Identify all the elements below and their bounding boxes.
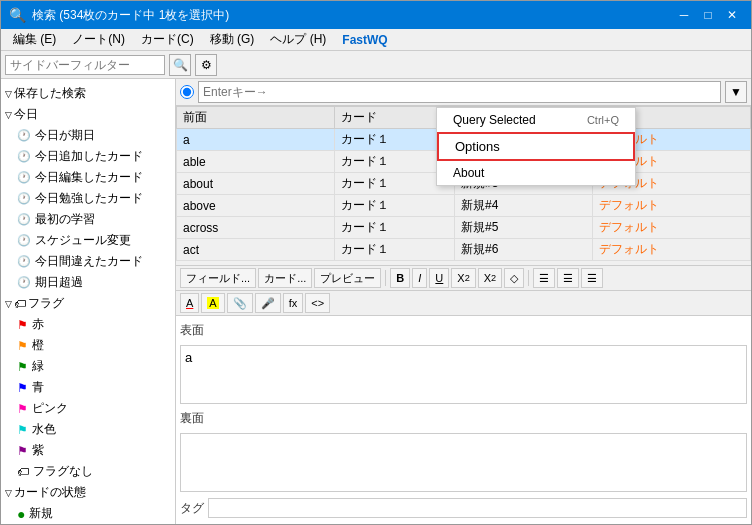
sidebar-item-flag-green[interactable]: ⚑ 緑: [1, 356, 175, 377]
sidebar-item-schedule-change[interactable]: 🕐 スケジュール変更: [1, 230, 175, 251]
sidebar-item-no-flag[interactable]: 🏷 フラグなし: [1, 461, 175, 482]
highlight-label: A: [207, 297, 218, 309]
flag-icon: 🏷: [17, 465, 29, 479]
sidebar-item-flag-orange[interactable]: ⚑ 橙: [1, 335, 175, 356]
font-color-label: A: [186, 297, 193, 309]
list-ordered-button[interactable]: ☰: [557, 268, 579, 288]
sidebar-item-first-study[interactable]: 🕐 最初の学習: [1, 209, 175, 230]
sidebar-item-flag-cyan[interactable]: ⚑ 水色: [1, 419, 175, 440]
diamond-button[interactable]: ◇: [504, 268, 524, 288]
main-area: ▽ 保存した検索 ▽ 今日 🕐 今日が期日 🕐 今日追加したカード 🕐 今日編集…: [1, 79, 751, 524]
sidebar-item-due-today[interactable]: 🕐 今日が期日: [1, 125, 175, 146]
window-title: 検索 (534枚のカード中 1枚を選択中): [32, 7, 229, 24]
sidebar-filter-input[interactable]: [5, 55, 165, 75]
config-button[interactable]: ⚙: [195, 54, 217, 76]
cell-front: a: [177, 129, 335, 151]
cell-deck: デフォルト: [593, 217, 751, 239]
sidebar-item-studied-today[interactable]: 🕐 今日勉強したカード: [1, 188, 175, 209]
sidebar-today-group[interactable]: ▽ 今日: [1, 104, 175, 125]
italic-button[interactable]: I: [412, 268, 427, 288]
underline-button[interactable]: U: [429, 268, 449, 288]
table-row[interactable]: act カード１ 新規#6 デフォルト: [177, 239, 751, 261]
minimize-button[interactable]: ─: [673, 5, 695, 25]
flag-green-icon: ⚑: [17, 360, 28, 374]
content-area: ▼ 前面 カード 期日 Deck a カード: [176, 79, 751, 524]
sidebar-card-status-group[interactable]: ▽ カードの状態: [1, 482, 175, 503]
table-row[interactable]: above カード１ 新規#4 デフォルト: [177, 195, 751, 217]
about-item[interactable]: About: [437, 161, 635, 185]
chevron-down-icon: ▼: [730, 85, 742, 99]
clock-icon: 🕐: [17, 255, 31, 268]
sidebar-saved-search[interactable]: ▽ 保存した検索: [1, 83, 175, 104]
list-unordered-button[interactable]: ☰: [533, 268, 555, 288]
audio-button[interactable]: 🎤: [255, 293, 281, 313]
search-icon: 🔍: [173, 58, 188, 72]
flag-pink-icon: ⚑: [17, 402, 28, 416]
chevron-icon: ▽: [5, 110, 12, 120]
cell-date: 新規#4: [455, 195, 593, 217]
align-button[interactable]: ☰: [581, 268, 603, 288]
query-selected-item[interactable]: Query Selected Ctrl+Q: [437, 108, 635, 132]
main-window: 🔍 検索 (534枚のカード中 1枚を選択中) ─ □ ✕ 編集 (E) ノート…: [0, 0, 752, 525]
flag-purple-icon: ⚑: [17, 444, 28, 458]
menu-edit[interactable]: 編集 (E): [5, 29, 64, 50]
sidebar-item-overdue[interactable]: 🕐 期日超過: [1, 272, 175, 293]
close-button[interactable]: ✕: [721, 5, 743, 25]
sidebar-item-flag-red[interactable]: ⚑ 赤: [1, 314, 175, 335]
sidebar-item-wrong-today[interactable]: 🕐 今日間違えたカード: [1, 251, 175, 272]
menu-help[interactable]: ヘルプ (H): [262, 29, 334, 50]
search-input[interactable]: [198, 81, 721, 103]
superscript-button[interactable]: X2: [451, 268, 475, 288]
flag-red-icon: ⚑: [17, 318, 28, 332]
app-icon: 🔍: [9, 7, 26, 23]
chevron-icon: ▽: [5, 89, 12, 99]
sidebar-item-flag-blue[interactable]: ⚑ 青: [1, 377, 175, 398]
preview-button[interactable]: プレビュー: [314, 268, 381, 288]
sidebar-flag-group[interactable]: ▽ 🏷 フラグ: [1, 293, 175, 314]
sidebar-item-added-today[interactable]: 🕐 今日追加したカード: [1, 146, 175, 167]
chevron-icon: ▽: [5, 488, 12, 498]
font-color-button[interactable]: A: [180, 293, 199, 313]
sidebar-item-edited-today[interactable]: 🕐 今日編集したカード: [1, 167, 175, 188]
fx-button[interactable]: fx: [283, 293, 304, 313]
sidebar-item-flag-purple[interactable]: ⚑ 紫: [1, 440, 175, 461]
editor-secondary-toolbar: A A 📎 🎤 fx <>: [176, 291, 751, 316]
sidebar-item-flag-pink[interactable]: ⚑ ピンク: [1, 398, 175, 419]
chevron-icon: ▽: [5, 299, 12, 309]
card-button[interactable]: カード...: [258, 268, 312, 288]
attach-button[interactable]: 📎: [227, 293, 253, 313]
bold-button[interactable]: B: [390, 268, 410, 288]
tag-input[interactable]: [208, 498, 747, 518]
sidebar-item-status-new[interactable]: ● 新規: [1, 503, 175, 524]
flag-orange-icon: ⚑: [17, 339, 28, 353]
flag-blue-icon: ⚑: [17, 381, 28, 395]
cell-card: カード１: [334, 239, 454, 261]
sidebar: ▽ 保存した検索 ▽ 今日 🕐 今日が期日 🕐 今日追加したカード 🕐 今日編集…: [1, 79, 176, 524]
menu-move[interactable]: 移動 (G): [202, 29, 263, 50]
maximize-button[interactable]: □: [697, 5, 719, 25]
col-header-front: 前面: [177, 107, 335, 129]
search-dropdown-button[interactable]: ▼: [725, 81, 747, 103]
options-item[interactable]: Options: [437, 132, 635, 161]
table-row[interactable]: across カード１ 新規#5 デフォルト: [177, 217, 751, 239]
menu-fastwq[interactable]: FastWQ: [334, 31, 395, 49]
cell-deck: デフォルト: [593, 239, 751, 261]
cell-deck: デフォルト: [593, 195, 751, 217]
clock-icon: 🕐: [17, 150, 31, 163]
attach-icon: 📎: [233, 297, 247, 310]
menu-card[interactable]: カード(C): [133, 29, 202, 50]
menu-note[interactable]: ノート(N): [64, 29, 133, 50]
field-button[interactable]: フィールド...: [180, 268, 256, 288]
front-content[interactable]: a: [180, 345, 747, 404]
tag-row: タグ: [180, 496, 747, 520]
search-bar: ▼: [176, 79, 751, 106]
subscript-button[interactable]: X2: [478, 268, 502, 288]
highlight-button[interactable]: A: [201, 293, 224, 313]
code-button[interactable]: <>: [305, 293, 330, 313]
search-button[interactable]: 🔍: [169, 54, 191, 76]
clock-icon: 🕐: [17, 129, 31, 142]
back-content[interactable]: [180, 433, 747, 492]
clock-icon: 🕐: [17, 192, 31, 205]
search-radio[interactable]: [180, 85, 194, 99]
tag-label: タグ: [180, 500, 204, 517]
